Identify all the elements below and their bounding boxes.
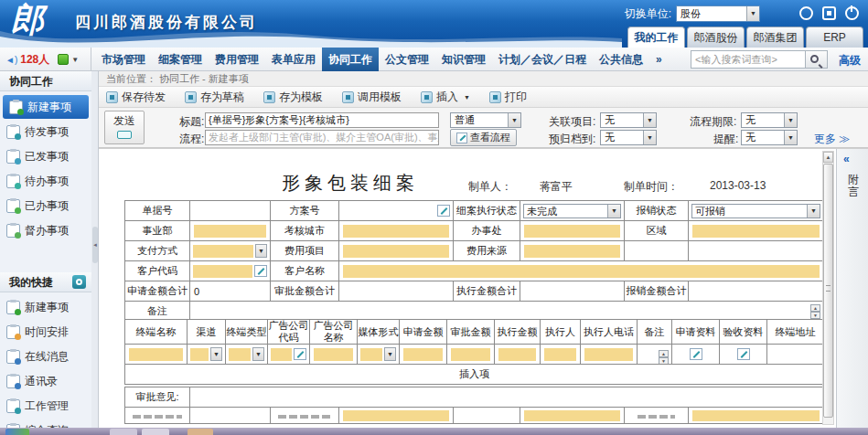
- search-input[interactable]: <输入搜索词查询>: [691, 50, 806, 69]
- taskbar-item[interactable]: [110, 429, 137, 435]
- sidebar-splitter[interactable]: ◂: [91, 71, 99, 428]
- use-template-button[interactable]: 调用模板: [342, 90, 402, 105]
- archive-select[interactable]: 无▼: [600, 130, 657, 145]
- executor-phone-input[interactable]: [581, 345, 638, 365]
- terminal-type-select[interactable]: ▼: [226, 345, 268, 365]
- cust-name-input[interactable]: [339, 261, 824, 281]
- tab-langjiu-group[interactable]: 郎酒集团: [746, 27, 804, 48]
- insert-button[interactable]: 插入▼: [421, 90, 470, 105]
- chevron-down-icon[interactable]: ▼: [71, 56, 79, 64]
- print-button[interactable]: 打印: [489, 90, 527, 105]
- sidebar-item-new[interactable]: 新建事项: [3, 95, 89, 119]
- shortcut-contacts[interactable]: 通讯录: [0, 369, 91, 394]
- chevron-down-icon[interactable]: ▼: [607, 205, 620, 218]
- save-template-button[interactable]: 存为模板: [263, 90, 323, 105]
- related-select[interactable]: 无▼: [600, 112, 657, 128]
- priority-select[interactable]: 普通▼: [450, 112, 521, 128]
- flow-input[interactable]: 发起者上级部门主管(审批)、媒介主管OA(审批)、事业部分管OA(审批)、发起者…: [205, 130, 439, 145]
- taskbar-item[interactable]: [142, 429, 169, 435]
- edit-icon[interactable]: [254, 265, 267, 277]
- insert-item-link[interactable]: 插入项: [125, 365, 824, 385]
- partial-input[interactable]: [520, 408, 625, 424]
- presence-status-icon[interactable]: [58, 54, 69, 65]
- vertical-scrollbar[interactable]: ▲: [822, 151, 834, 425]
- os-taskbar[interactable]: [0, 428, 868, 435]
- exec-status-select[interactable]: 未完成▼: [520, 201, 625, 221]
- chevron-down-icon[interactable]: ▼: [643, 131, 656, 144]
- ad-name-input[interactable]: [310, 345, 358, 365]
- pay-select[interactable]: ▼: [190, 241, 271, 261]
- ad-code-input[interactable]: [268, 345, 310, 365]
- chevron-down-icon[interactable]: ▼: [807, 205, 820, 218]
- expense-src-input[interactable]: [520, 241, 625, 261]
- accept-docs-cell[interactable]: [720, 345, 767, 365]
- chevron-down-icon[interactable]: ▼: [255, 244, 267, 258]
- chevron-down-icon[interactable]: ▼: [210, 347, 222, 361]
- city-input[interactable]: [339, 221, 454, 241]
- chevron-down-icon[interactable]: ▼: [252, 347, 264, 361]
- chevron-down-icon[interactable]: ▼: [643, 113, 656, 127]
- exec-amount-input[interactable]: [495, 345, 541, 365]
- menu-plan-meeting[interactable]: 计划／会议／日程: [492, 48, 593, 71]
- chevron-down-icon[interactable]: ▼: [746, 6, 759, 21]
- switch-unit-select[interactable]: 股份▼: [676, 5, 760, 22]
- search-button[interactable]: [806, 50, 828, 69]
- expense-item-input[interactable]: [339, 241, 454, 261]
- sidebar-item-todo[interactable]: 待办事项: [0, 169, 91, 194]
- edit-icon[interactable]: [294, 348, 306, 360]
- send-button[interactable]: 发送: [104, 111, 145, 144]
- title-input[interactable]: {单据号}形象{方案号}{考核城市}: [205, 112, 439, 128]
- sidebar-item-sent[interactable]: 已发事项: [0, 144, 91, 169]
- menu-knowledge[interactable]: 知识管理: [435, 48, 492, 71]
- menu-official-doc[interactable]: 公文管理: [379, 48, 435, 71]
- tab-erp[interactable]: ERP: [806, 27, 863, 48]
- region-input[interactable]: [689, 221, 824, 241]
- save-draft-button[interactable]: 存为草稿: [185, 90, 244, 105]
- office-input[interactable]: [520, 221, 625, 241]
- chevron-down-icon[interactable]: ▼: [384, 347, 396, 361]
- chevron-down-icon[interactable]: ▼: [784, 131, 797, 144]
- terminal-name-input[interactable]: [125, 345, 188, 365]
- partial-input[interactable]: [689, 408, 824, 424]
- cust-code-input[interactable]: [190, 261, 271, 281]
- edit-icon[interactable]: [437, 205, 450, 217]
- deadline-select[interactable]: 无▼: [741, 112, 798, 128]
- refresh-icon[interactable]: [799, 6, 813, 20]
- menu-xian[interactable]: 细案管理: [152, 48, 209, 71]
- approve-amount-input[interactable]: [447, 345, 495, 365]
- gear-icon[interactable]: [72, 275, 86, 289]
- collapse-handle[interactable]: ◂: [92, 227, 98, 263]
- channel-select[interactable]: ▼: [188, 345, 226, 365]
- menu-market[interactable]: 市场管理: [95, 48, 152, 71]
- attachment-icon[interactable]: [690, 348, 702, 360]
- tab-my-work[interactable]: 我的工作: [627, 27, 685, 48]
- menu-forms[interactable]: 表单应用: [265, 48, 322, 71]
- sidebar-item-tosend[interactable]: 待发事项: [0, 120, 91, 144]
- partial-input[interactable]: [339, 408, 454, 424]
- sidebar-item-supervise[interactable]: 督办事项: [0, 218, 91, 243]
- shortcut-work[interactable]: 工作管理: [0, 394, 91, 419]
- apply-amount-input[interactable]: [400, 345, 447, 365]
- spinner-control[interactable]: ▲▼: [810, 304, 820, 319]
- menu-public-info[interactable]: 公共信息: [593, 48, 649, 71]
- menu-expense[interactable]: 费用管理: [209, 48, 265, 71]
- view-flow-button[interactable]: 查看流程: [450, 129, 517, 146]
- chevron-down-icon[interactable]: ▼: [784, 113, 797, 127]
- shortcut-schedule[interactable]: 时间安排: [0, 320, 91, 345]
- shortcut-new[interactable]: 新建事项: [0, 295, 91, 320]
- save-pending-button[interactable]: 保存待发: [106, 90, 166, 105]
- advanced-search-link[interactable]: 高级: [839, 53, 861, 69]
- executor-input[interactable]: [541, 345, 581, 365]
- sidebar-item-done[interactable]: 已办事项: [0, 194, 91, 218]
- media-form-select[interactable]: ▼: [358, 345, 400, 365]
- reimb-status-select[interactable]: 可报销▼: [689, 201, 824, 221]
- apply-docs-cell[interactable]: [672, 345, 720, 365]
- chevron-down-icon[interactable]: ▼: [508, 113, 520, 127]
- spinner-control[interactable]: ▲▼: [659, 350, 669, 365]
- tab-langjiu-gufen[interactable]: 郎酒股份: [687, 27, 745, 48]
- menu-more[interactable]: »: [649, 48, 669, 71]
- start-button[interactable]: [5, 429, 29, 435]
- taskbar-item[interactable]: [188, 429, 213, 435]
- row-remark-input[interactable]: ▲▼: [638, 345, 672, 365]
- window-icon[interactable]: [822, 6, 836, 20]
